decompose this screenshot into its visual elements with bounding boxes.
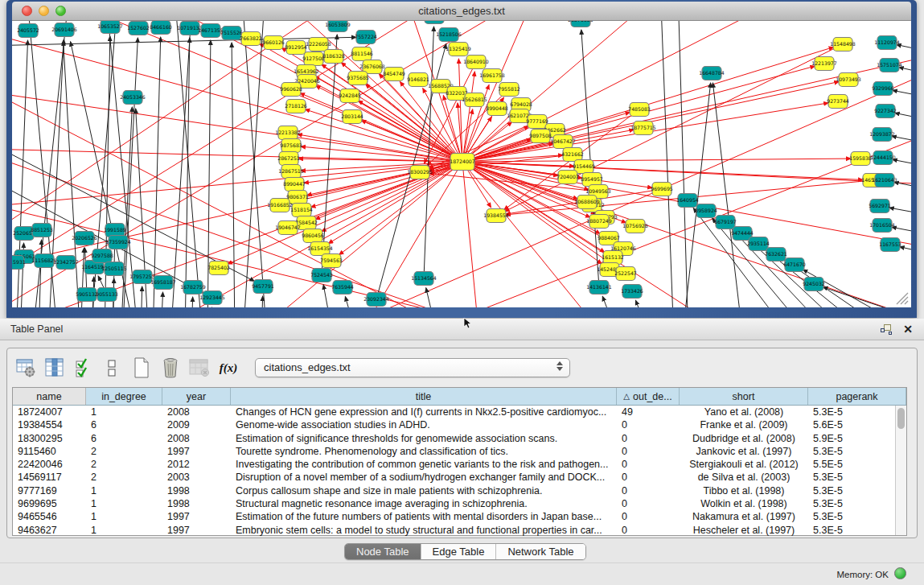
graph-node[interactable]: 8813054 (423, 21, 446, 24)
graph-edge[interactable] (893, 90, 911, 98)
graph-edge[interactable] (338, 162, 462, 307)
column-header-title[interactable]: title (231, 388, 617, 405)
graph-edge[interactable] (893, 159, 911, 167)
graph-edge[interactable] (892, 136, 911, 144)
table-row[interactable]: 1872400712008Changes of HCN gene express… (13, 406, 906, 418)
memory-status-icon[interactable] (894, 567, 906, 579)
graph-edge[interactable] (602, 296, 619, 307)
table-row[interactable]: 969969511998Structural magnetic resonanc… (13, 497, 906, 510)
graph-node[interactable]: 7594563 (320, 254, 343, 268)
graph-node[interactable]: 15134564 (411, 272, 437, 286)
graph-node[interactable]: 12923445 (199, 291, 225, 305)
graph-node[interactable]: 1167553 (879, 238, 901, 252)
graph-node[interactable]: 12213977 (811, 57, 837, 71)
graph-node[interactable]: 16053809 (325, 21, 351, 32)
graph-edge[interactable] (12, 162, 462, 276)
graph-edge[interactable] (581, 30, 599, 287)
graph-edge[interactable] (462, 162, 483, 307)
graph-node[interactable]: 17016504 (869, 219, 895, 233)
graph-node[interactable]: 8912954 (285, 41, 307, 55)
column-header-pagerank[interactable]: pagerank (808, 388, 906, 405)
graph-node[interactable]: 20871355 (568, 21, 593, 27)
graph-node[interactable]: 15626815 (462, 93, 487, 107)
graph-node[interactable]: 8466160 (150, 21, 172, 35)
table-row[interactable]: 1938455462009Genome-wide association stu… (13, 418, 906, 431)
graph-node[interactable]: 10467427 (550, 135, 576, 149)
graph-node[interactable]: 3915931 (12, 256, 26, 270)
graph-node[interactable]: 2522547 (614, 267, 637, 281)
graph-node[interactable]: 16961758 (479, 69, 505, 83)
graph-node[interactable]: 11325419 (446, 43, 471, 56)
graph-node[interactable]: 7955812 (498, 83, 520, 97)
graph-node[interactable]: 10688609 (574, 196, 600, 209)
graph-edge[interactable] (261, 296, 263, 307)
graph-node[interactable]: 1733426 (621, 285, 643, 299)
column-header-in-degree[interactable]: in_degree (86, 388, 162, 405)
tab-network-table[interactable]: Network Table (496, 544, 585, 559)
unselect-all-columns-icon[interactable] (102, 357, 123, 378)
graph-node[interactable]: 6471670 (783, 258, 806, 272)
graph-node[interactable]: 9375685 (347, 72, 369, 85)
graph-node[interactable]: 2867251 (277, 152, 300, 166)
column-header-short[interactable]: short (680, 388, 808, 405)
graph-node[interactable]: 9960628 (280, 83, 302, 97)
graph-edge[interactable] (141, 286, 142, 307)
table-row[interactable]: 911546021997Tourette syndrome. Phenomeno… (13, 445, 906, 458)
graph-node[interactable]: 15218506 (436, 28, 462, 42)
graph-node[interactable]: 7663822 (240, 32, 262, 46)
graph-node[interactable]: 8958924 (695, 204, 717, 218)
graph-node[interactable]: 7632621 (765, 248, 787, 262)
graph-node[interactable]: 8454749 (383, 68, 405, 81)
graph-edge[interactable] (899, 68, 911, 75)
graph-node[interactable]: 6679197 (714, 216, 737, 229)
graph-node[interactable]: 12505115 (101, 262, 127, 276)
graph-edge[interactable] (895, 113, 911, 121)
table-row[interactable]: 2242004622012Investigating the contribut… (13, 458, 906, 471)
graph-node[interactable]: 14671355 (198, 24, 224, 38)
graph-edge[interactable] (897, 44, 911, 52)
graph-node[interactable]: 9875683 (280, 139, 302, 153)
network-canvas[interactable]: 1872400724055722069140610653527152760284… (12, 21, 911, 307)
graph-edge[interactable] (458, 59, 462, 162)
graph-node[interactable]: 9127508 (302, 52, 325, 66)
graph-node[interactable]: 5905132 (76, 288, 98, 302)
table-row[interactable]: 1456911722003Disruption of a novel membe… (13, 471, 906, 484)
graph-node[interactable]: 8811546 (351, 47, 373, 61)
graph-edge[interactable] (232, 43, 235, 307)
graph-node[interactable]: 20206526 (72, 232, 97, 245)
graph-node[interactable]: 18807249 (586, 215, 612, 229)
graph-edge[interactable] (900, 247, 911, 254)
graph-node[interactable]: 2405572 (17, 24, 39, 38)
graph-node[interactable]: 10756928 (622, 220, 648, 233)
graph-edge[interactable] (322, 162, 462, 232)
graph-node[interactable]: 2718126 (285, 100, 307, 113)
graph-edge[interactable] (191, 297, 193, 307)
graph-node[interactable]: 8851253 (31, 224, 53, 237)
graph-edge[interactable] (358, 101, 462, 162)
graph-node[interactable]: 8990447 (283, 178, 306, 192)
graph-edge[interactable] (659, 21, 674, 307)
column-header-name[interactable]: name (13, 388, 86, 405)
graph-node[interactable]: 9660126 (262, 36, 285, 50)
graph-node[interactable]: 20691406 (51, 23, 77, 37)
graph-node[interactable]: 1595838 (849, 152, 872, 166)
graph-node[interactable]: 7635944 (331, 281, 354, 295)
graph-node[interactable]: 9227342 (874, 105, 897, 118)
graph-node[interactable]: 2803144 (341, 110, 363, 124)
graph-edge[interactable] (677, 21, 688, 307)
select-all-columns-icon[interactable] (73, 357, 94, 378)
graph-node[interactable]: 7524543 (310, 269, 333, 282)
graph-node[interactable]: 15751074 (877, 59, 902, 72)
graph-node[interactable]: 16782759 (180, 281, 206, 295)
graph-node[interactable]: 5692971 (869, 200, 891, 213)
table-row[interactable]: 946362711997Embryonic stem cells: a mode… (13, 524, 906, 537)
graph-node[interactable]: 16648784 (699, 67, 725, 80)
graph-node[interactable]: 9146821 (407, 73, 429, 87)
float-panel-icon[interactable] (881, 324, 892, 335)
graph-node[interactable]: 24053346 (120, 91, 146, 105)
graph-node[interactable]: 11548498 (830, 38, 856, 51)
graph-edge[interactable] (240, 21, 267, 307)
graph-node[interactable]: 9055133 (96, 288, 118, 302)
graph-node[interactable]: 14136141 (586, 281, 612, 295)
column-header-year[interactable]: year (162, 388, 231, 405)
